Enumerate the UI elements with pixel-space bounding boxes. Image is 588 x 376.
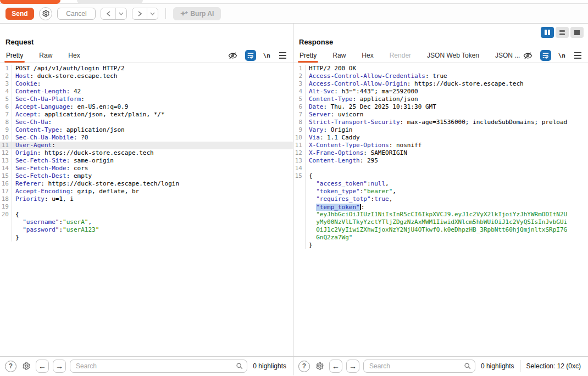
- search-settings-gear-icon[interactable]: [314, 361, 325, 372]
- code-line[interactable]: GnQ2za7Wg": [293, 234, 588, 242]
- code-line[interactable]: "password":"userA123": [0, 226, 293, 234]
- code-line[interactable]: OiJ1c2VyIiwiZXhwIjoxNzY2NjU4OTkwfQ.k0eDh…: [293, 226, 588, 234]
- search-next-button[interactable]: →: [53, 360, 66, 373]
- search-previous-button[interactable]: ←: [36, 360, 49, 373]
- code-line[interactable]: 5Content-Type: application/json: [293, 96, 588, 103]
- search-icon: [236, 362, 243, 369]
- code-line[interactable]: 15Sec-Fetch-Dest: empty: [0, 172, 293, 180]
- code-line[interactable]: 19: [0, 203, 293, 211]
- code-line[interactable]: "username":"userA",: [0, 218, 293, 226]
- tab-pretty[interactable]: Pretty: [299, 48, 317, 63]
- request-view-tabs: PrettyRawHex \n: [0, 48, 293, 63]
- code-line[interactable]: 11User-Agent:: [0, 142, 293, 149]
- code-line[interactable]: 2Host: duck-store.escape.tech: [0, 72, 293, 80]
- code-line[interactable]: 4Content-Length: 42: [0, 88, 293, 96]
- request-editor[interactable]: 1POST /api/v1/auth/login HTTP/22Host: du…: [0, 63, 293, 356]
- menu-icon[interactable]: [278, 50, 287, 60]
- request-search-input[interactable]: [70, 360, 247, 373]
- code-line[interactable]: }: [293, 242, 588, 249]
- rows-layout-icon[interactable]: [556, 27, 569, 38]
- history-back-dropdown[interactable]: [115, 8, 126, 19]
- tab-hex[interactable]: Hex: [68, 48, 80, 63]
- code-line[interactable]: 9Vary: Origin: [293, 126, 588, 134]
- single-pane-layout-icon[interactable]: [570, 27, 584, 38]
- code-line[interactable]: 7Server: uvicorn: [293, 111, 588, 119]
- code-line[interactable]: 13Content-Length: 295: [293, 157, 588, 165]
- search-settings-gear-icon[interactable]: [20, 361, 32, 372]
- tab-raw[interactable]: Raw: [38, 48, 53, 63]
- code-line[interactable]: 9Content-Type: application/json: [0, 126, 293, 134]
- newline-icon[interactable]: \n: [558, 52, 565, 59]
- code-line[interactable]: 14Sec-Fetch-Mode: cors: [0, 165, 293, 172]
- code-line[interactable]: yMy00NzVlLTkyYzctYTljZDgzNzAxMWM1IiwidXN…: [293, 218, 588, 226]
- word-wrap-icon[interactable]: [540, 50, 551, 61]
- tab-raw[interactable]: Raw: [332, 48, 346, 63]
- word-wrap-icon[interactable]: [245, 50, 256, 61]
- code-line[interactable]: 1POST /api/v1/auth/login HTTP/2: [0, 65, 293, 72]
- response-editor[interactable]: 1HTTP/2 200 OK2Access-Control-Allow-Cred…: [293, 63, 588, 356]
- code-line[interactable]: }: [0, 234, 293, 242]
- code-line[interactable]: "access_token":null,: [293, 180, 588, 188]
- hide-matches-icon[interactable]: [228, 50, 238, 60]
- gear-icon: [41, 9, 51, 19]
- help-icon[interactable]: ?: [5, 361, 16, 372]
- code-line[interactable]: "requires_totp":true,: [293, 195, 588, 203]
- tab-json[interactable]: JSON ...: [495, 48, 520, 63]
- history-forward-dropdown[interactable]: [147, 8, 158, 19]
- code-line[interactable]: 2Access-Control-Allow-Credentials: true: [293, 72, 588, 80]
- line-number: [293, 211, 306, 218]
- code-line[interactable]: 20{: [0, 211, 293, 218]
- code-line[interactable]: 1HTTP/2 200 OK: [293, 65, 588, 72]
- code-line[interactable]: 18Priority: u=1, i: [0, 195, 293, 203]
- help-icon[interactable]: ?: [298, 361, 310, 372]
- cancel-button[interactable]: Cancel: [57, 8, 96, 20]
- request-pane-title: Request: [0, 24, 293, 48]
- send-button[interactable]: Send: [5, 8, 34, 20]
- code-line[interactable]: 4Alt-Svc: h3=":443"; ma=2592000: [293, 88, 588, 96]
- send-settings-button[interactable]: [39, 7, 52, 20]
- columns-layout-icon[interactable]: [541, 27, 554, 38]
- tab-hex[interactable]: Hex: [361, 48, 374, 63]
- code-line[interactable]: 12Origin: https://duck-store.escape.tech: [0, 149, 293, 157]
- repeater-tab-inactive[interactable]: [77, 0, 143, 4]
- code-line[interactable]: 8Strict-Transport-Security: max-age=3153…: [293, 119, 588, 126]
- code-line[interactable]: 10Via: 1.1 Caddy: [293, 134, 588, 142]
- code-line[interactable]: 5Sec-Ch-Ua-Platform:: [0, 96, 293, 103]
- tab-pretty[interactable]: Pretty: [5, 48, 24, 63]
- tab-render[interactable]: Render: [389, 48, 412, 63]
- response-search-input[interactable]: [363, 360, 475, 373]
- line-number: 2: [293, 72, 306, 80]
- code-line[interactable]: 13Sec-Fetch-Site: same-origin: [0, 157, 293, 165]
- code-line[interactable]: 16Referer: https://duck-store.escape.tec…: [0, 180, 293, 188]
- line-number: 11: [0, 142, 12, 149]
- code-line[interactable]: 6Date: Thu, 25 Dec 2025 10:31:30 GMT: [293, 103, 588, 111]
- hide-matches-icon[interactable]: [523, 50, 533, 60]
- burp-ai-button[interactable]: ✦⁺ Burp AI: [173, 7, 221, 20]
- request-pane: Request PrettyRawHex \n: [0, 24, 293, 375]
- code-line[interactable]: 3Cookie:: [0, 80, 293, 88]
- code-line[interactable]: 8Sec-Ch-Ua:: [0, 119, 293, 126]
- code-line[interactable]: 15{: [293, 172, 588, 180]
- code-line[interactable]: "temp_token":: [293, 203, 588, 211]
- search-next-button[interactable]: →: [346, 360, 359, 373]
- code-line[interactable]: 12X-Frame-Options: SAMEORIGIN: [293, 149, 588, 157]
- code-line[interactable]: 10Sec-Ch-Ua-Mobile: ?0: [0, 134, 293, 142]
- code-line[interactable]: "eyJhbGciOiJIUzI1NiIsInR5cCI6IkpXVCJ9.ey…: [293, 211, 588, 218]
- menu-icon[interactable]: [573, 50, 583, 60]
- code-line[interactable]: 7Accept: application/json, text/plain, *…: [0, 111, 293, 119]
- code-line[interactable]: 14: [293, 165, 588, 172]
- request-highlight-count: 0 highlights: [251, 362, 288, 370]
- search-previous-button[interactable]: ←: [329, 360, 342, 373]
- code-line[interactable]: 6Accept-Language: en-US,en;q=0.9: [0, 103, 293, 111]
- repeater-tab-active[interactable]: [0, 0, 60, 4]
- message-panes: Request PrettyRawHex \n: [0, 24, 588, 375]
- code-line[interactable]: 3Access-Control-Allow-Origin: https://du…: [293, 80, 588, 88]
- line-number: 3: [293, 80, 306, 88]
- history-back-button[interactable]: [101, 8, 115, 19]
- code-line[interactable]: 17Accept-Encoding: gzip, deflate, br: [0, 188, 293, 195]
- code-line[interactable]: "token_type":"bearer",: [293, 188, 588, 195]
- tab-json-web-token[interactable]: JSON Web Token: [426, 48, 480, 63]
- code-line[interactable]: 11X-Content-Type-Options: nosniff: [293, 142, 588, 149]
- history-forward-button[interactable]: [132, 8, 147, 19]
- newline-icon[interactable]: \n: [263, 52, 270, 59]
